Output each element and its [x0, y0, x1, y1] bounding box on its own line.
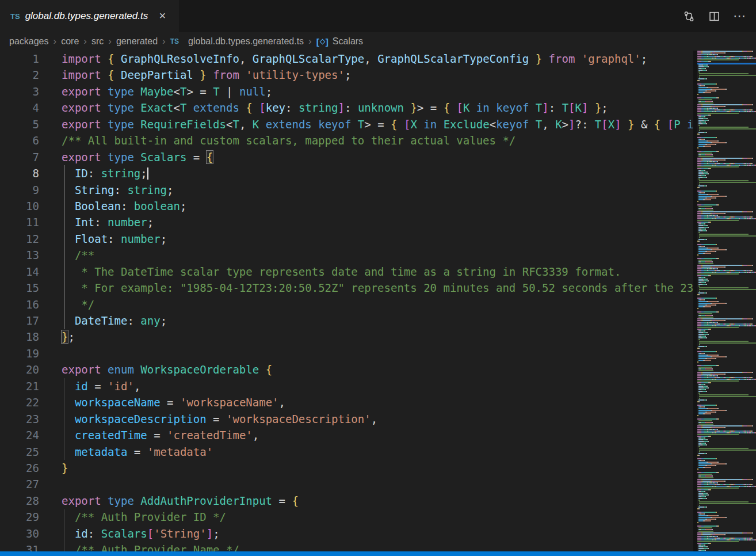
line-number: 26 [0, 460, 39, 476]
code-line[interactable]: 23 workspaceDescription = 'workspaceDesc… [0, 411, 693, 427]
indent-guide [64, 165, 65, 329]
minimap-line [697, 469, 756, 470]
minimap-line [697, 323, 756, 325]
code-line[interactable]: 29 /** Auth Provider ID */ [0, 509, 693, 525]
minimap-line [697, 448, 756, 449]
minimap-line [697, 284, 756, 285]
minimap-line [697, 398, 756, 399]
minimap-line [697, 382, 756, 383]
code-line[interactable]: 14 * The DateTime scalar type represents… [0, 264, 693, 280]
code-line[interactable]: 8 ID: string; [0, 165, 693, 181]
minimap-line [697, 368, 756, 370]
code-text: } [39, 460, 68, 476]
more-actions-icon[interactable]: ⋯ [731, 7, 748, 25]
minimap-line [697, 211, 756, 212]
minimap-line [697, 78, 756, 79]
minimap-line [697, 503, 756, 504]
minimap-line [697, 101, 756, 102]
minimap-line [697, 120, 756, 121]
breadcrumb-item-core[interactable]: core [61, 36, 79, 47]
code-line[interactable]: 19 [0, 345, 693, 361]
minimap-line [697, 151, 756, 152]
minimap-line [697, 89, 756, 90]
breadcrumb-item-file[interactable]: TS global.db.types.generated.ts [170, 36, 304, 47]
minimap-line [697, 472, 756, 473]
split-editor-icon[interactable] [705, 7, 723, 25]
minimap-line [697, 187, 756, 188]
minimap-line [697, 532, 756, 534]
minimap-line [697, 109, 756, 111]
minimap-line [697, 370, 756, 371]
code-line[interactable]: 27 [0, 476, 693, 492]
code-line[interactable]: 10 Boolean: boolean; [0, 198, 693, 214]
close-tab-icon[interactable]: × [156, 10, 169, 22]
breadcrumb-item-src[interactable]: src [91, 36, 104, 47]
breadcrumb-item-packages[interactable]: packages [9, 36, 49, 47]
line-number: 15 [0, 280, 39, 296]
minimap-line [697, 496, 756, 497]
minimap-line [697, 266, 756, 268]
minimap-line [697, 282, 756, 283]
tab-global-db-types-generated[interactable]: TS global.db.types.generated.ts × [0, 0, 180, 32]
minimap-line [697, 234, 756, 235]
code-text: * The DateTime scalar type represents da… [39, 264, 621, 280]
breadcrumb-item-generated[interactable]: generated [116, 36, 158, 47]
minimap-line [697, 396, 756, 397]
minimap-line [697, 439, 756, 440]
minimap-line [697, 336, 756, 337]
code-line[interactable]: 5export type RequireFields<T, K extends … [0, 116, 693, 132]
code-line[interactable]: 17 DateTime: any; [0, 313, 693, 329]
code-line[interactable]: 22 workspaceName = 'workspaceName', [0, 394, 693, 410]
minimap[interactable] [697, 51, 756, 551]
minimap-line [697, 341, 756, 342]
code-line[interactable]: 15 * For example: "1985-04-12T23:20:50.5… [0, 280, 693, 296]
code-line[interactable]: 6/** All built-in and custom scalars, ma… [0, 132, 693, 148]
code-line[interactable]: 3export type Maybe<T> = T | null; [0, 83, 693, 100]
minimap-line [697, 144, 756, 145]
code-line[interactable]: 25 metadata = 'metadata' [0, 444, 693, 460]
code-line[interactable]: 24 createdTime = 'createdTime', [0, 427, 693, 443]
code-text: /** Auth Provider Name */ [39, 542, 239, 551]
code-line[interactable]: 26} [0, 460, 693, 476]
indent-guide [64, 509, 65, 551]
minimap-line [697, 389, 756, 390]
code-line[interactable]: 16 */ [0, 296, 693, 313]
code-line[interactable]: 28export type AddAuthProviderInput = { [0, 493, 693, 509]
minimap-line [697, 216, 756, 218]
code-line[interactable]: 2import { DeepPartial } from 'utility-ty… [0, 67, 693, 83]
code-line[interactable]: 20export enum WorkspaceOrderable { [0, 361, 693, 378]
code-line[interactable]: 7export type Scalars = { [0, 149, 693, 165]
minimap-line [697, 489, 756, 490]
minimap-line [697, 223, 756, 224]
code-lines[interactable]: 1import { GraphQLResolveInfo, GraphQLSca… [0, 51, 693, 551]
breadcrumb-item-symbol[interactable]: [] Scalars [316, 36, 363, 47]
code-line[interactable]: 1import { GraphQLResolveInfo, GraphQLSca… [0, 51, 693, 67]
minimap-line [697, 253, 756, 254]
minimap-line [697, 268, 756, 269]
minimap-line [697, 159, 756, 161]
code-text: }; [39, 329, 75, 345]
minimap-line [697, 272, 756, 273]
minimap-line [697, 320, 756, 321]
minimap-line [697, 304, 756, 306]
code-line[interactable]: 21 id = 'id', [0, 378, 693, 394]
code-line[interactable]: 9 String: string; [0, 182, 693, 198]
code-line[interactable]: 4export type Exact<T extends { [key: str… [0, 100, 693, 116]
code-line[interactable]: 18}; [0, 329, 693, 345]
code-line[interactable]: 13 /** [0, 247, 693, 263]
minimap-line [697, 139, 756, 140]
code-line[interactable]: 30 id: Scalars['String']; [0, 525, 693, 542]
line-number: 8 [0, 165, 39, 181]
line-number: 29 [0, 509, 39, 525]
code-line[interactable]: 31 /** Auth Provider Name */ [0, 542, 693, 551]
minimap-line [697, 539, 756, 540]
minimap-line [697, 488, 756, 489]
open-changes-icon[interactable] [680, 7, 697, 25]
code-line[interactable]: 12 Float: number; [0, 231, 693, 247]
minimap-line [697, 363, 756, 364]
minimap-line [697, 68, 756, 69]
minimap-line [697, 104, 756, 105]
minimap-line [697, 379, 756, 380]
code-line[interactable]: 11 Int: number; [0, 214, 693, 230]
minimap-line [697, 327, 756, 328]
